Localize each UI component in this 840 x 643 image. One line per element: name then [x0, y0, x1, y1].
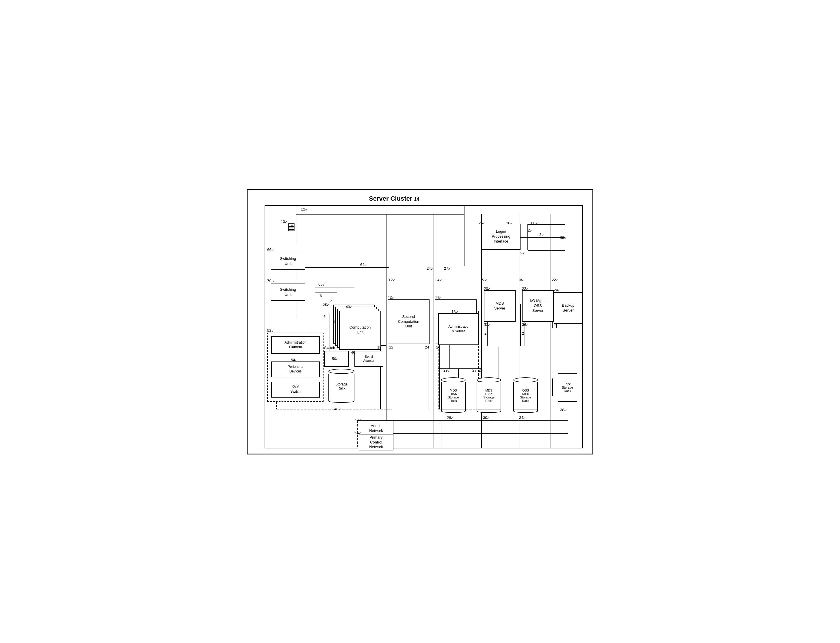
num-2-r1: 2↙ — [528, 228, 532, 232]
num-34: 34↙ — [519, 416, 526, 420]
num-64: 64↙ — [360, 263, 367, 267]
switching-unit-1-box: SwitchingUnit — [271, 253, 305, 270]
num-12b: 12 — [389, 345, 393, 349]
num-switch-label: Switch — [324, 346, 335, 350]
num-12a: 12 — [377, 345, 381, 349]
num-2-below-login: 2↙ — [520, 251, 525, 255]
num-12-second: 12↙ — [389, 278, 395, 282]
computation-unit-box: ComputationUnit — [339, 311, 381, 350]
num-62: 62↙ — [560, 235, 567, 240]
num-2-io-v2: 2 — [522, 331, 524, 336]
num-27: 27↙ — [444, 266, 451, 271]
login-processing-box: Login/ProcessingInterface — [482, 224, 521, 250]
kvm-switch-box: KVMSwitch — [271, 382, 320, 398]
num-52: 52↙ — [267, 328, 274, 333]
second-computation-box: SecondComputationUnit — [387, 299, 430, 344]
storage-rack-cylinder: StorageRack — [328, 369, 355, 403]
num-6c: 6 — [324, 315, 325, 319]
num-42: 42↙ — [387, 295, 394, 299]
num-30: 30↙ — [483, 416, 490, 420]
num-2-backup-top: 2↙ — [552, 278, 556, 282]
num-68: 68↙ — [318, 282, 325, 286]
num-2-io-top: 2↙ — [520, 278, 525, 282]
num-58: 58↙ — [323, 302, 329, 307]
administration-server-box: Administration Server — [438, 313, 479, 345]
num-29: 29↙ — [443, 368, 450, 372]
num-12-top: 12↙ — [301, 207, 308, 211]
num-6d: 6 — [333, 319, 335, 323]
num-2-mds-v2: 2 — [484, 331, 487, 336]
num-24b: 24 — [436, 345, 440, 349]
num-24-backup: 24↙ — [554, 288, 561, 292]
diagram-container: Server Cluster 14 12↙ 10↙ 🖥 66↙ Switchin… — [247, 189, 593, 454]
num-2-backup-v: 2 — [554, 323, 556, 327]
switching-unit-2-box: SwitchingUnit — [271, 284, 305, 301]
num-2-mds-top: 2↙ — [482, 278, 487, 282]
num-40: 40↙ — [346, 305, 352, 309]
num-6a: 6 — [320, 294, 322, 298]
mds-disk-storage-1-cylinder: MDSDISKStorageRack — [441, 377, 466, 413]
diagram-title: Server Cluster 14 — [369, 195, 419, 202]
num-44: 44↙ — [435, 295, 441, 299]
num-2-mds-disk: 2↙ — [472, 368, 477, 372]
oss-disk-storage-cylinder: OSSDISKStorageRack — [513, 377, 538, 413]
backup-server-box: BackupServer — [554, 292, 583, 324]
num-2-mds-v1: 2 — [484, 323, 487, 327]
num-2-io-v1: 2 — [522, 323, 524, 327]
num-48: 48↙ — [334, 407, 341, 411]
num-6b: 6 — [330, 298, 332, 302]
num-50: 50↙ — [332, 357, 338, 361]
serial-adaptor-box: SerialAdaptor — [355, 351, 383, 367]
num-28: 28↙ — [447, 416, 454, 420]
num-24-top: 24↙ — [427, 266, 433, 271]
administration-platform-box: AdministrationPlatform — [271, 336, 320, 354]
primary-control-network-box: PrimaryControlNetwork — [359, 434, 394, 450]
num-24a: 24 — [425, 345, 429, 349]
mds-disk-storage-2-cylinder: MDSDISKStorageRack — [477, 377, 501, 413]
num-24-third: 24↙ — [435, 278, 442, 282]
num-38: 38↙ — [560, 408, 567, 412]
num-2-r2: 2↙ — [539, 232, 544, 237]
num-2-mds-disk2: 2↙ — [479, 368, 483, 372]
title-num: 14 — [414, 197, 419, 202]
peripheral-devices-box: PeripheralDevices — [271, 361, 320, 377]
num-60: 60↙ — [531, 221, 538, 225]
admin-network-box: AdminNetwork — [359, 421, 394, 437]
terminal-icon: 🖥 — [285, 221, 297, 234]
num-70: 70↘ — [267, 279, 274, 283]
io-mgmt-box: I/O MgmtOSSServer — [522, 290, 554, 322]
tape-storage-rack: TapeStorageRack — [552, 373, 583, 402]
mds-server-box: MDSServer — [484, 290, 516, 322]
num-66: 66↙ — [267, 248, 274, 252]
